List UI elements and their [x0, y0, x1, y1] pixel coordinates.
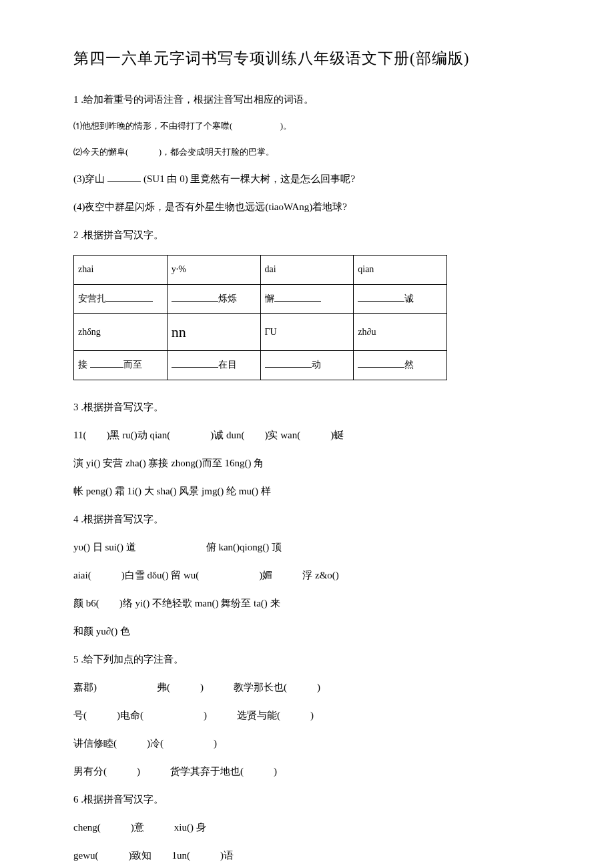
q6-prompt: 6 .根据拼音写汉字。 — [73, 791, 541, 807]
q5-line4: 男有分( ) 货学其弃于地也( ) — [73, 763, 541, 779]
q3-line1: 11( )黑 ru()动 qian( )诚 dun( )实 wan( )蜒 — [73, 427, 541, 443]
cell-text: nn — [172, 324, 186, 340]
q1-sub2-blank[interactable] — [131, 147, 157, 157]
cell-r3c2: nn — [167, 314, 260, 351]
q1-sub3: (3)穿山 (SU1 由 0) 里竟然有一棵大树，这是怎么回事呢? — [73, 171, 541, 187]
cell-text: 在目 — [218, 360, 237, 370]
q4-line4: 和颜 yu∂() 色 — [73, 623, 541, 639]
cell-blank[interactable] — [358, 358, 404, 368]
q4-prompt: 4 .根据拼音写汉字。 — [73, 511, 541, 527]
q3-prompt: 3 .根据拼音写汉字。 — [73, 399, 541, 415]
q6-line2: gewu( )致知 1un( )语 — [73, 847, 541, 863]
cell-r1c4: qian — [354, 256, 447, 284]
cell-blank[interactable] — [358, 292, 404, 302]
q2-prompt: 2 .根据拼音写汉字。 — [73, 227, 541, 243]
table-row: 安营扎 烁烁 懈 诚 — [74, 284, 447, 313]
q2-num: 2 — [73, 227, 79, 243]
q1-sub2-a: ⑵今天的懈阜( — [73, 147, 128, 157]
q4-line1: yυ() 日 sui() 道 俯 kan()qiong() 顶 — [73, 539, 541, 555]
cell-text: 动 — [312, 360, 321, 370]
q1-sub1: ⑴他想到昨晚的情形，不由得打了个寒噤( )。 — [73, 119, 541, 133]
q1-sub2-b: )，都会变成明天打脸的巴掌。 — [159, 147, 274, 157]
q1-text: .给加着重号的词语注音，根据注音写出相应的词语。 — [81, 94, 314, 105]
cell-r4c1: 接 而至 — [74, 351, 168, 380]
cell-text: 然 — [404, 360, 414, 370]
q4-line2: aiai( )白雪 dδu() 留 wu( )媚 浮 z&o() — [73, 567, 541, 583]
q2-table: zhai y·% dai qian 安营扎 烁烁 懈 诚 zhδng nn ΓU… — [73, 255, 447, 380]
cell-r3c1: zhδng — [74, 314, 168, 351]
q1-sub1-blank[interactable] — [235, 121, 278, 131]
cell-r3c3: ΓU — [260, 314, 354, 351]
q5-text: .给下列加点的字注音。 — [81, 654, 184, 665]
q1-sub3-a: (3)穿山 — [73, 173, 105, 184]
cell-r2c4: 诚 — [354, 284, 447, 313]
cell-r4c3: 动 — [260, 351, 354, 380]
q1-sub3-blank[interactable] — [107, 172, 141, 182]
cell-text: 安营扎 — [78, 294, 106, 304]
cell-blank[interactable] — [172, 358, 218, 368]
q3-line2: 演 yi() 安营 zha() 寨接 zhong()而至 16ng() 角 — [73, 455, 541, 471]
q5-num: 5 — [73, 651, 79, 667]
q5-line1: 嘉郡) 弗( ) 教学那长也( ) — [73, 679, 541, 695]
cell-r1c2: y·% — [167, 256, 260, 284]
q6-num: 6 — [73, 791, 79, 807]
q6-line1: cheng( )意 xiu() 身 — [73, 819, 541, 835]
table-row: zhδng nn ΓU zh∂u — [74, 314, 447, 351]
cell-text: 烁烁 — [218, 294, 237, 304]
cell-blank[interactable] — [106, 292, 153, 302]
cell-r1c1: zhai — [74, 256, 168, 284]
cell-blank[interactable] — [274, 292, 321, 302]
q1-sub4-text: (4)夜空中群星闪烁，是否有外星生物也远远(tiaoWAng)着地球? — [73, 201, 347, 212]
cell-r2c1: 安营扎 — [74, 284, 168, 313]
cell-blank[interactable] — [90, 358, 123, 368]
q6-text: .根据拼音写汉字。 — [81, 794, 164, 805]
cell-blank[interactable] — [172, 292, 218, 302]
q4-text: .根据拼音写汉字。 — [81, 514, 164, 524]
q1-num: 1 — [73, 91, 79, 107]
q3-line3: 帐 peng() 霜 1i() 大 sha() 风景 jmg() 纶 mu() … — [73, 483, 541, 499]
q5-line2: 号( )电命( ) 选贤与能( ) — [73, 707, 541, 723]
q3-text: .根据拼音写汉字。 — [81, 402, 164, 412]
q1-sub2: ⑵今天的懈阜( )，都会变成明天打脸的巴掌。 — [73, 145, 541, 159]
q5-prompt: 5 .给下列加点的字注音。 — [73, 651, 541, 667]
cell-r1c3: dai — [260, 256, 354, 284]
cell-blank[interactable] — [265, 358, 312, 368]
table-row: 接 而至 在目 动 然 — [74, 351, 447, 380]
cell-text: 诚 — [404, 294, 414, 304]
q5-line3: 讲信修睦( )冷( ) — [73, 735, 541, 751]
cell-r4c4: 然 — [354, 351, 447, 380]
cell-text: 接 — [78, 360, 87, 370]
q1-prompt: 1 .给加着重号的词语注音，根据注音写出相应的词语。 — [73, 91, 541, 107]
table-row: zhai y·% dai qian — [74, 256, 447, 284]
cell-text: 而至 — [123, 360, 142, 370]
q3-num: 3 — [73, 399, 79, 415]
page-title: 第四一六单元字词书写专项训练八年级语文下册(部编版) — [73, 47, 541, 71]
cell-r4c2: 在目 — [167, 351, 260, 380]
cell-text: 懈 — [265, 294, 274, 304]
q1-sub3-b: (SU1 由 0) 里竟然有一棵大树，这是怎么回事呢? — [143, 173, 355, 184]
cell-r2c2: 烁烁 — [167, 284, 260, 313]
cell-r2c3: 懈 — [260, 284, 354, 313]
q1-sub4: (4)夜空中群星闪烁，是否有外星生物也远远(tiaoWAng)着地球? — [73, 199, 541, 215]
q1-sub1-b: )。 — [280, 121, 292, 131]
q2-text: .根据拼音写汉字。 — [81, 230, 164, 240]
q1-sub1-a: ⑴他想到昨晚的情形，不由得打了个寒噤( — [73, 121, 232, 131]
q4-line3: 颜 b6( )络 yi() 不绝轻歌 man() 舞纷至 ta() 来 — [73, 595, 541, 611]
cell-r3c4: zh∂u — [354, 314, 447, 351]
q4-num: 4 — [73, 511, 79, 527]
